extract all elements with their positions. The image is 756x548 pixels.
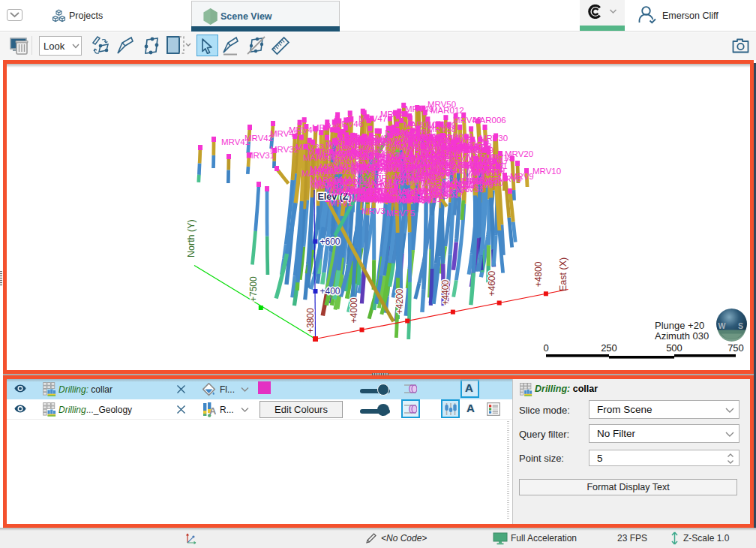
svg-text:+4000: +4000 xyxy=(350,297,360,323)
svg-text:+4600: +4600 xyxy=(487,270,497,296)
svg-text:MAR006: MAR006 xyxy=(472,116,506,125)
svg-text:+4200: +4200 xyxy=(394,288,405,314)
svg-text:MRV23: MRV23 xyxy=(462,177,490,186)
svg-text:MRV42: MRV42 xyxy=(244,134,273,143)
svg-text:MRV44: MRV44 xyxy=(389,140,418,149)
svg-text:MRV10: MRV10 xyxy=(532,167,561,176)
svg-text:MRV39: MRV39 xyxy=(424,161,453,170)
svg-text:MRV45: MRV45 xyxy=(310,180,338,189)
svg-text:MRV1: MRV1 xyxy=(328,198,352,207)
svg-text:MRV24: MRV24 xyxy=(367,188,396,197)
svg-text:750: 750 xyxy=(728,342,744,354)
svg-text:MRV37: MRV37 xyxy=(401,171,430,180)
svg-text:North (Y): North (Y) xyxy=(186,219,196,257)
svg-text:+3800: +3800 xyxy=(305,308,316,333)
svg-text:+7500: +7500 xyxy=(248,276,259,302)
svg-text:S: S xyxy=(738,321,743,330)
svg-text:MAR012: MAR012 xyxy=(430,106,464,115)
svg-text:MRV32: MRV32 xyxy=(270,145,298,154)
svg-text:MRV42: MRV42 xyxy=(340,134,369,143)
svg-text:250: 250 xyxy=(601,342,617,354)
svg-text:+400: +400 xyxy=(320,286,340,297)
svg-text:Azimuth 030: Azimuth 030 xyxy=(655,330,709,342)
svg-text:East (X): East (X) xyxy=(558,257,568,291)
svg-text:500: 500 xyxy=(666,342,682,354)
svg-text:MRV75: MRV75 xyxy=(386,209,415,218)
svg-text:MRV40: MRV40 xyxy=(454,142,483,151)
svg-text:+600: +600 xyxy=(320,236,340,247)
svg-text:A: A xyxy=(209,405,216,417)
svg-text:0: 0 xyxy=(543,342,548,354)
svg-text:+4800: +4800 xyxy=(533,261,544,287)
svg-text:MRV25: MRV25 xyxy=(356,162,385,171)
svg-text:MRV13: MRV13 xyxy=(472,166,501,175)
svg-text:MRV3: MRV3 xyxy=(362,206,386,215)
svg-text:MRV47: MRV47 xyxy=(320,162,348,171)
svg-text:W: W xyxy=(718,321,726,330)
svg-text:+4400: +4400 xyxy=(440,280,451,306)
